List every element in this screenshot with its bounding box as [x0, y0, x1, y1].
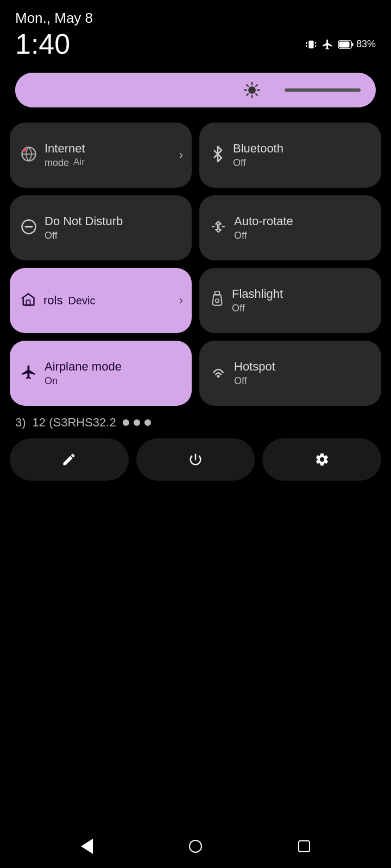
homecontrols-subtext: Devic [68, 295, 95, 307]
tile-hotspot[interactable]: Hotspot Off [199, 341, 381, 406]
edit-button[interactable] [10, 438, 129, 481]
battery-percent: 83% [356, 39, 376, 50]
airplane-subtitle: On [45, 375, 122, 387]
brightness-icon [244, 82, 260, 98]
bottom-actions [0, 433, 391, 486]
brightness-track[interactable] [15, 73, 376, 107]
nav-back-button[interactable] [70, 833, 104, 859]
svg-rect-0 [308, 40, 313, 48]
info-dots [123, 419, 151, 426]
settings-icon [314, 452, 330, 467]
flashlight-icon [210, 291, 224, 310]
status-icons: 83% [305, 39, 376, 50]
status-date: Mon., May 8 [15, 10, 93, 27]
rotate-icon [210, 219, 226, 235]
internet-subtext: Air [73, 157, 85, 168]
svg-rect-2 [306, 45, 307, 47]
hotspot-title: Hotspot [234, 360, 275, 374]
svg-rect-7 [339, 41, 349, 47]
bluetooth-symbol [210, 146, 225, 162]
svg-line-20 [24, 149, 26, 151]
svg-point-25 [216, 299, 219, 302]
minus-circle-icon [21, 219, 37, 235]
battery-icon [338, 40, 354, 49]
status-bar: Mon., May 8 [0, 0, 391, 27]
status-time-row: 1:40 83% [0, 27, 391, 60]
recents-square-icon [298, 840, 310, 852]
svg-line-13 [247, 85, 248, 86]
autorotate-title: Auto-rotate [234, 214, 293, 228]
airplane-status-icon [321, 39, 333, 50]
home-circle-icon [189, 840, 202, 853]
svg-rect-1 [306, 42, 307, 44]
quick-settings-grid: Internet mode Air › Bluetooth Off [0, 112, 391, 406]
internet-icon [21, 146, 37, 164]
edit-icon [61, 452, 77, 467]
nav-home-button[interactable] [178, 834, 213, 858]
bottom-info-left: 3) [15, 416, 26, 430]
bluetooth-title: Bluetooth [233, 142, 283, 156]
svg-rect-4 [315, 45, 316, 47]
airplane-tile-symbol [21, 364, 37, 380]
brightness-fill [15, 73, 260, 107]
svg-rect-3 [315, 42, 316, 44]
tile-homecontrols[interactable]: rols Devic › [10, 268, 192, 333]
svg-point-8 [249, 87, 256, 94]
hotspot-symbol [210, 364, 226, 380]
airplane-tile-icon [21, 364, 37, 382]
bluetooth-icon [210, 146, 225, 164]
power-icon [188, 452, 203, 467]
internet-subtitle: mode [45, 157, 69, 169]
bottom-info-center: 12 (S3RHS32.2 [33, 416, 116, 430]
dot-3 [144, 419, 151, 426]
homecontrols-title: rols [43, 293, 62, 308]
globe-icon [21, 146, 37, 162]
tile-autorotate[interactable]: Auto-rotate Off [199, 195, 381, 260]
power-button[interactable] [136, 438, 255, 481]
flashlight-title: Flashlight [232, 287, 283, 301]
svg-rect-23 [27, 300, 30, 305]
brightness-track-grey [285, 88, 361, 92]
tile-dnd[interactable]: Do Not Disturb Off [10, 195, 192, 260]
autorotate-subtitle: Off [234, 230, 293, 241]
home-icon [21, 292, 36, 309]
airplane-title: Airplane mode [45, 360, 122, 374]
flashlight-symbol [210, 291, 224, 308]
internet-arrow: › [179, 148, 183, 162]
internet-title: Internet [45, 142, 85, 156]
house-icon [21, 292, 36, 307]
tile-bluetooth[interactable]: Bluetooth Off [199, 123, 381, 188]
svg-line-16 [247, 94, 248, 95]
brightness-container[interactable] [0, 60, 391, 112]
battery-indicator: 83% [338, 39, 376, 50]
dnd-icon [21, 219, 37, 237]
flashlight-subtitle: Off [232, 303, 283, 314]
tile-flashlight[interactable]: Flashlight Off [199, 268, 381, 333]
hotspot-subtitle: Off [234, 375, 275, 387]
dnd-subtitle: Off [45, 230, 123, 241]
svg-point-26 [217, 375, 220, 378]
autorotate-icon [210, 219, 226, 237]
status-time: 1:40 [15, 29, 70, 60]
dot-2 [134, 419, 140, 426]
homecontrols-arrow: › [179, 293, 183, 308]
brightness-thumb[interactable] [238, 76, 266, 104]
bluetooth-subtitle: Off [233, 157, 283, 169]
nav-recents-button[interactable] [287, 835, 321, 858]
tile-airplane[interactable]: Airplane mode On [10, 341, 192, 406]
tile-internet[interactable]: Internet mode Air › [10, 123, 192, 188]
hotspot-icon [210, 364, 226, 382]
dot-1 [123, 419, 129, 426]
back-arrow-icon [81, 839, 93, 854]
settings-button[interactable] [262, 438, 381, 481]
svg-rect-6 [351, 43, 353, 46]
bottom-info: 3) 12 (S3RHS32.2 [0, 406, 391, 433]
dnd-title: Do Not Disturb [45, 214, 123, 228]
nav-bar [0, 825, 391, 868]
vibrate-icon [305, 39, 317, 50]
svg-line-15 [256, 85, 257, 86]
svg-line-14 [256, 94, 257, 95]
